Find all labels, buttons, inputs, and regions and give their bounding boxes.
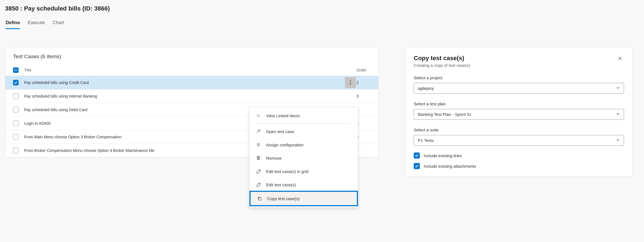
- tabs: Define Execute Chart: [0, 12, 644, 29]
- row-title: Pay scheduled bills using Internet Banki…: [24, 94, 357, 98]
- suite-value: P1 Tests: [418, 138, 434, 143]
- side-panel-title: Copy test case(s): [414, 55, 470, 62]
- suite-label: Select a suite: [414, 128, 624, 132]
- row-more-button[interactable]: [345, 77, 356, 88]
- row-checkbox[interactable]: [13, 107, 19, 113]
- table-row[interactable]: Pay scheduled bills using Credit Card 2: [5, 76, 378, 90]
- row-order: 7: [357, 148, 373, 153]
- close-button[interactable]: [616, 55, 624, 63]
- menu-label: Edit test case(s): [266, 182, 296, 187]
- row-title: Pay scheduled bills using Credit Card: [24, 80, 357, 85]
- row-checkbox[interactable]: [13, 134, 19, 140]
- test-cases-heading: Test Cases (6 items): [5, 47, 378, 65]
- open-icon: [256, 129, 261, 134]
- menu-label: View Linked Items: [266, 113, 300, 118]
- plan-select[interactable]: Banking Test Plan - Sprint 31: [414, 109, 624, 120]
- project-value: agileproj: [418, 86, 434, 91]
- link-icon: [256, 113, 261, 118]
- edit-icon: [256, 182, 261, 187]
- tab-execute[interactable]: Execute: [28, 20, 45, 29]
- side-panel-subtitle: Creating a copy of test case(s): [414, 63, 470, 68]
- include-links-label: Include existing links: [424, 153, 462, 158]
- menu-edit-grid[interactable]: Edit test case(s) in grid: [249, 165, 358, 178]
- row-checkbox[interactable]: [13, 121, 19, 126]
- tab-chart[interactable]: Chart: [52, 20, 64, 29]
- menu-open-test-case[interactable]: Open test case: [249, 125, 358, 138]
- column-header-title[interactable]: Title: [24, 68, 357, 72]
- table-header: Title Order: [5, 65, 378, 76]
- menu-remove[interactable]: Remove: [249, 151, 358, 165]
- menu-label: Remove: [266, 156, 282, 161]
- project-label: Select a project: [414, 75, 624, 80]
- tab-define[interactable]: Define: [6, 20, 20, 29]
- menu-label: Copy test case(s): [267, 196, 300, 201]
- row-order: 6: [357, 135, 373, 139]
- edit-icon: [256, 169, 261, 174]
- select-all-checkbox[interactable]: [13, 67, 19, 73]
- menu-view-linked-items[interactable]: View Linked Items: [249, 109, 358, 122]
- plan-label: Select a test plan: [414, 101, 624, 106]
- chevron-down-icon: [616, 138, 620, 143]
- list-icon: [256, 142, 261, 147]
- more-vertical-icon: [350, 80, 351, 85]
- chevron-down-icon: [616, 86, 620, 91]
- row-checkbox[interactable]: [13, 80, 19, 85]
- copy-icon: [257, 196, 262, 201]
- include-attachments-checkbox[interactable]: [414, 163, 420, 169]
- close-icon: [617, 58, 623, 62]
- trash-icon: [256, 155, 261, 161]
- page-title: 3850 : Pay scheduled bills (ID: 3866): [0, 0, 644, 12]
- menu-assign-configuration[interactable]: Assign configuration: [249, 138, 358, 151]
- menu-label: Edit test case(s) in grid: [266, 169, 309, 174]
- include-attachments-label: Include existing attachments: [424, 164, 476, 169]
- copy-test-cases-panel: Copy test case(s) Creating a copy of tes…: [405, 47, 633, 177]
- menu-label: Assign configuration: [266, 142, 304, 147]
- menu-copy-test-cases[interactable]: Copy test case(s): [249, 191, 358, 206]
- suite-select[interactable]: P1 Tests: [414, 135, 624, 146]
- column-header-order[interactable]: Order: [357, 68, 373, 72]
- table-row[interactable]: Pay scheduled bills using Internet Banki…: [5, 90, 378, 103]
- menu-edit-test-cases[interactable]: Edit test case(s): [249, 178, 358, 191]
- plan-value: Banking Test Plan - Sprint 31: [418, 112, 471, 117]
- project-select[interactable]: agileproj: [414, 83, 624, 94]
- row-order: 2: [357, 80, 373, 85]
- menu-label: Open test case: [266, 129, 294, 134]
- row-checkbox[interactable]: [13, 148, 19, 153]
- chevron-down-icon: [616, 112, 620, 117]
- row-context-menu: View Linked Items Open test case Assign …: [249, 107, 358, 208]
- row-order: 3: [357, 94, 373, 98]
- row-order: 4: [357, 108, 373, 112]
- row-order: 5: [357, 121, 373, 126]
- include-links-checkbox[interactable]: [414, 152, 420, 159]
- svg-rect-0: [259, 198, 261, 200]
- row-checkbox[interactable]: [13, 93, 19, 99]
- menu-separator: [256, 123, 352, 124]
